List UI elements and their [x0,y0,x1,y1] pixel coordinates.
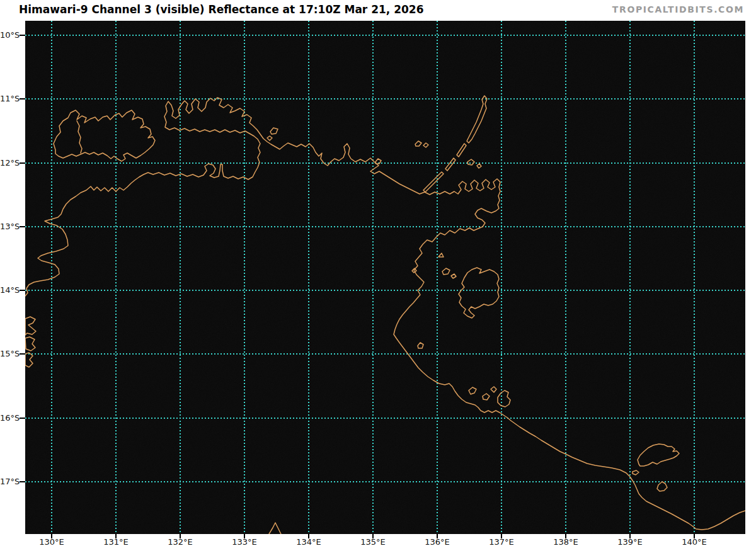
lon-tick-137°E [501,534,502,538]
sensor-noise-overlay [25,21,745,534]
lat-tick-13°S [20,226,25,227]
lon-label-134°E: 134°E [287,537,331,546]
lon-tick-134°E [308,534,309,538]
lon-tick-139°E [629,534,631,538]
lon-tick-135°E [372,534,374,538]
lat-tick-12°S [20,162,25,164]
image-title: Himawari-9 Channel 3 (visible) Reflectan… [19,3,424,16]
map-canvas [25,21,745,534]
lat-label-14°S: 14°S [0,285,17,295]
page-root: Himawari-9 Channel 3 (visible) Reflectan… [0,0,756,546]
lat-label-15°S: 15°S [0,349,17,359]
lat-label-17°S: 17°S [0,477,17,487]
lat-tick-17°S [20,481,25,482]
lon-label-139°E: 139°E [608,537,652,546]
lat-tick-16°S [20,418,25,419]
lon-label-136°E: 136°E [415,537,459,546]
lat-tick-11°S [20,98,25,100]
lon-tick-131°E [115,534,117,538]
lon-tick-140°E [694,534,695,538]
lon-label-133°E: 133°E [222,537,266,546]
lon-label-135°E: 135°E [351,537,395,546]
lat-label-10°S: 10°S [0,30,17,40]
lon-tick-138°E [565,534,566,538]
lat-label-12°S: 12°S [0,158,17,168]
lon-label-132°E: 132°E [158,537,202,546]
lon-tick-136°E [437,534,438,538]
lon-label-138°E: 138°E [544,537,588,546]
lat-tick-15°S [20,353,25,355]
lon-tick-130°E [51,534,52,538]
lat-label-16°S: 16°S [0,413,17,423]
lat-label-13°S: 13°S [0,222,17,232]
satellite-image [25,21,745,534]
lat-label-11°S: 11°S [0,94,17,104]
lat-tick-10°S [20,35,25,36]
lon-label-137°E: 137°E [479,537,524,546]
lon-tick-132°E [180,534,181,538]
lat-tick-14°S [20,290,25,291]
tropicaltidbits-watermark: TROPICALTIDBITS.COM [612,4,744,14]
lon-label-140°E: 140°E [672,537,716,546]
lon-label-130°E: 130°E [30,537,74,546]
lon-label-131°E: 131°E [94,537,138,546]
lon-tick-133°E [244,534,245,538]
